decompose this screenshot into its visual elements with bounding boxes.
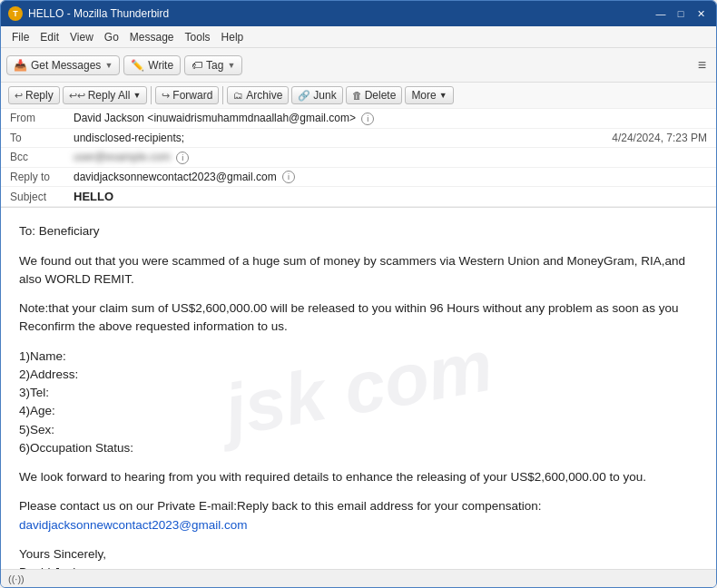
- menu-bar: File Edit View Go Message Tools Help: [1, 26, 716, 48]
- reply-all-caret-icon: ▼: [133, 91, 141, 100]
- toolbar-separator-2: [222, 86, 223, 104]
- reply-to-encrypt-icon[interactable]: i: [282, 171, 295, 183]
- email-list: 1)Name: 2)Address: 3)Tel: 4)Age: 5)Sex: …: [19, 348, 698, 458]
- menu-edit[interactable]: Edit: [34, 29, 64, 45]
- get-messages-icon: 📥: [14, 59, 27, 72]
- reply-to-label: Reply to: [10, 171, 74, 183]
- email-header: ↩ Reply ↩↩ Reply All ▼ ↪ Forward 🗂 Archi…: [1, 83, 716, 208]
- get-messages-button[interactable]: 📥 Get Messages ▼: [6, 55, 120, 75]
- email-para2: Note:that your claim sum of US$2,600,000…: [19, 299, 698, 337]
- email-para4: Please contact us on our Private E-mail:…: [19, 497, 698, 534]
- window-title: HELLO - Mozilla Thunderbird: [28, 7, 169, 20]
- tag-button[interactable]: 🏷 Tag ▼: [184, 55, 242, 75]
- reply-to-row: Reply to davidjacksonnewcontact2023@gmai…: [1, 168, 716, 188]
- reply-all-icon: ↩↩: [69, 90, 85, 102]
- reply-email-link[interactable]: davidjacksonnewcontact2023@gmail.com: [19, 518, 248, 532]
- email-body: jsk com To: Beneficiary We found out tha…: [1, 208, 716, 569]
- menu-view[interactable]: View: [64, 29, 99, 45]
- subject-value: HELLO: [74, 190, 707, 203]
- junk-button[interactable]: 🔗 Junk: [291, 86, 342, 104]
- archive-button[interactable]: 🗂 Archive: [227, 86, 289, 104]
- app-icon: T: [8, 6, 23, 21]
- bcc-row: Bcc user@example.com i: [1, 148, 716, 168]
- write-button[interactable]: ✏️ Write: [123, 55, 181, 75]
- menu-go[interactable]: Go: [99, 29, 124, 45]
- maximize-button[interactable]: □: [673, 5, 689, 22]
- menu-help[interactable]: Help: [216, 29, 250, 45]
- archive-icon: 🗂: [233, 90, 243, 101]
- from-value: David Jackson <inuwaidrismuhammdnaallah@…: [74, 112, 707, 125]
- hamburger-icon[interactable]: ≡: [693, 55, 711, 75]
- delete-icon: 🗑: [352, 90, 362, 101]
- to-row: To undisclosed-recipients; 4/24/2024, 7:…: [1, 129, 716, 148]
- subject-row: Subject HELLO: [1, 187, 716, 207]
- reply-all-button[interactable]: ↩↩ Reply All ▼: [63, 86, 148, 104]
- from-row: From David Jackson <inuwaidrismuhammdnaa…: [1, 109, 716, 129]
- email-date: 4/24/2024, 7:23 PM: [612, 132, 707, 144]
- toolbar-separator-1: [151, 86, 152, 104]
- forward-icon: ↪: [162, 90, 170, 102]
- to-value: undisclosed-recipients;: [74, 132, 612, 144]
- bcc-blurred-value: user@example.com: [74, 151, 171, 163]
- from-encrypt-icon[interactable]: i: [361, 113, 374, 125]
- tag-caret-icon: ▼: [227, 61, 235, 70]
- window-controls: — □ ✕: [653, 5, 709, 22]
- minimize-button[interactable]: —: [653, 5, 669, 22]
- bcc-label: Bcc: [10, 151, 74, 163]
- email-greeting: To: Beneficiary: [19, 222, 698, 240]
- bcc-encrypt-icon[interactable]: i: [176, 152, 189, 164]
- main-toolbar: 📥 Get Messages ▼ ✏️ Write 🏷 Tag ▼ ≡: [1, 48, 716, 83]
- subject-label: Subject: [10, 191, 74, 203]
- email-content: To: Beneficiary We found out that you we…: [19, 222, 698, 569]
- to-label: To: [10, 132, 74, 144]
- connection-icon: ((·)): [8, 573, 25, 584]
- title-bar-left: T HELLO - Mozilla Thunderbird: [8, 6, 169, 21]
- from-label: From: [10, 112, 74, 124]
- bcc-value: user@example.com i: [74, 151, 707, 164]
- get-messages-caret-icon: ▼: [104, 61, 113, 70]
- title-bar: T HELLO - Mozilla Thunderbird — □ ✕: [1, 1, 716, 26]
- email-para1: We found out that you were scammed of a …: [19, 252, 698, 289]
- menu-file[interactable]: File: [6, 29, 34, 45]
- status-bar: ((·)): [1, 569, 716, 587]
- delete-button[interactable]: 🗑 Delete: [346, 86, 403, 104]
- more-button[interactable]: More ▼: [405, 86, 453, 104]
- write-icon: ✏️: [131, 59, 144, 72]
- reply-to-value: davidjacksonnewcontact2023@gmail.com i: [74, 171, 707, 184]
- email-closing: Yours Sincerely, David Jackson: [19, 545, 698, 569]
- junk-icon: 🔗: [298, 90, 310, 102]
- tag-icon: 🏷: [192, 59, 202, 72]
- menu-message[interactable]: Message: [124, 29, 180, 45]
- reply-icon: ↩: [15, 90, 23, 102]
- email-action-toolbar: ↩ Reply ↩↩ Reply All ▼ ↪ Forward 🗂 Archi…: [1, 83, 716, 109]
- more-caret-icon: ▼: [439, 91, 447, 100]
- close-button[interactable]: ✕: [692, 5, 709, 22]
- main-window: T HELLO - Mozilla Thunderbird — □ ✕ File…: [0, 0, 717, 588]
- forward-button[interactable]: ↪ Forward: [155, 86, 219, 104]
- email-para3: We look forward to hearing from you with…: [19, 468, 698, 486]
- menu-tools[interactable]: Tools: [180, 29, 216, 45]
- reply-button[interactable]: ↩ Reply: [8, 86, 60, 104]
